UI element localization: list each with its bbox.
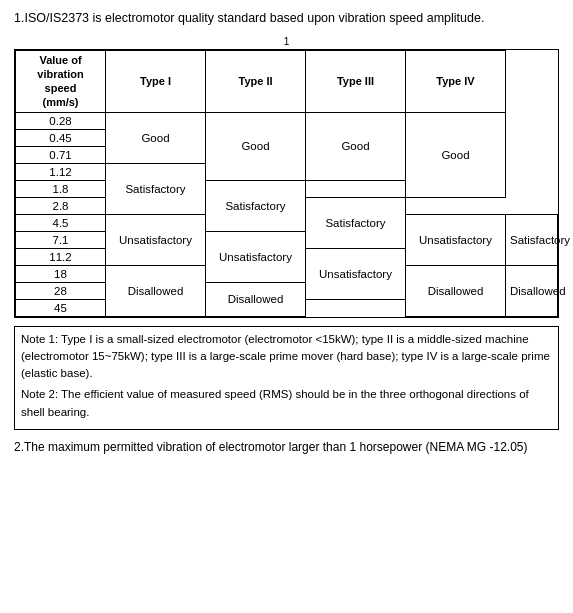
note2-text: Note 2: The efficient value of measured … — [21, 386, 552, 421]
col-header-type4: Type IV — [406, 50, 506, 112]
good-IV-cell: Good — [406, 112, 506, 197]
disallowed-II-cell: Disallowed — [406, 265, 506, 316]
value-cell: 1.8 — [16, 180, 106, 197]
value-cell: 28 — [16, 282, 106, 299]
unsatisfactory-II-cell: Unsatisfactory — [406, 214, 506, 265]
value-cell: 18 — [16, 265, 106, 282]
vibration-table: Value ofvibration speed(mm/s) Type I Typ… — [15, 50, 558, 317]
intro-text: 1.ISO/IS2373 is electromotor quality sta… — [14, 10, 559, 28]
satisfactory-III-cell: Satisfactory — [306, 197, 406, 248]
disallowed-I-cell: Disallowed — [106, 265, 206, 316]
vibration-table-wrapper: Value ofvibration speed(mm/s) Type I Typ… — [14, 49, 559, 318]
good-III-cell: Good — [306, 112, 406, 180]
satisfactory-IV-cell: Satisfactory — [506, 214, 558, 265]
value-cell: 11.2 — [16, 248, 106, 265]
value-cell: 0.28 — [16, 112, 106, 129]
unsatisfactory-IV-cell: Unsatisfactory — [306, 248, 406, 299]
disallowed-III-cell: Disallowed — [506, 265, 558, 316]
note1-text: Note 1: Type I is a small-sized electrom… — [21, 331, 552, 383]
col-header-value: Value ofvibration speed(mm/s) — [16, 50, 106, 112]
table-row: 0.28 Good Good Good Good — [16, 112, 558, 129]
value-cell: 2.8 — [16, 197, 106, 214]
col-header-type3: Type III — [306, 50, 406, 112]
value-cell: 1.12 — [16, 163, 106, 180]
good-I-cell: Good — [106, 112, 206, 163]
value-cell: 0.45 — [16, 129, 106, 146]
value-cell: 4.5 — [16, 214, 106, 231]
col-header-type2: Type II — [206, 50, 306, 112]
value-cell: 0.71 — [16, 146, 106, 163]
unsatisfactory-I-cell: Unsatisfactory — [106, 214, 206, 265]
section2-text: 2.The maximum permitted vibration of ele… — [14, 438, 559, 456]
value-cell: 45 — [16, 299, 106, 316]
footnote-number: 1 — [14, 36, 559, 47]
satisfactory-I-cell: Satisfactory — [106, 163, 206, 214]
notes-section: Note 1: Type I is a small-sized electrom… — [14, 326, 559, 430]
satisfactory-II-cell: Satisfactory — [206, 180, 306, 231]
value-cell: 7.1 — [16, 231, 106, 248]
disallowed-IV-cell: Disallowed — [206, 282, 306, 316]
col-header-type1: Type I — [106, 50, 206, 112]
good-II-cell: Good — [206, 112, 306, 180]
unsatisfactory-III-cell: Unsatisfactory — [206, 231, 306, 282]
